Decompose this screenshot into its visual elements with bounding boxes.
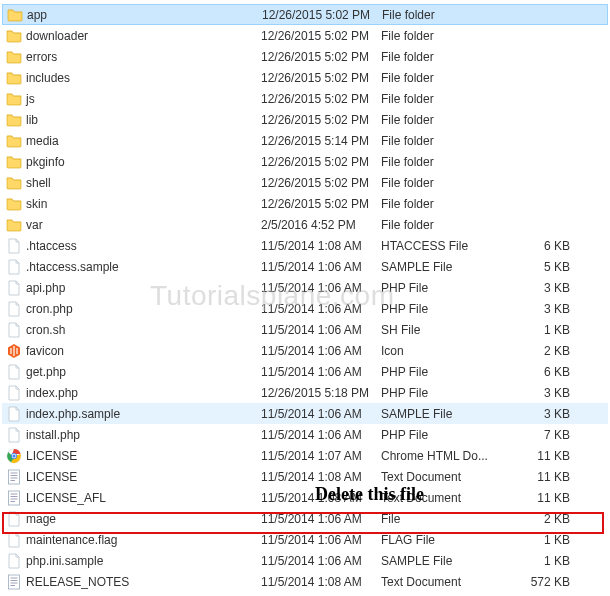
- file-row[interactable]: LICENSE_AFL11/5/2014 1:08 AMText Documen…: [2, 487, 608, 508]
- file-date: 12/26/2015 5:02 PM: [261, 29, 381, 43]
- file-icon: [6, 385, 22, 401]
- file-row[interactable]: favicon11/5/2014 1:06 AMIcon2 KB: [2, 340, 608, 361]
- file-row[interactable]: LICENSE11/5/2014 1:07 AMChrome HTML Do..…: [2, 445, 608, 466]
- file-date: 12/26/2015 5:02 PM: [261, 155, 381, 169]
- file-name-cell: js: [6, 91, 261, 107]
- file-size: 5 KB: [506, 260, 576, 274]
- file-row[interactable]: get.php11/5/2014 1:06 AMPHP File6 KB: [2, 361, 608, 382]
- file-name: php.ini.sample: [26, 554, 103, 568]
- generic-file-icon: [6, 532, 22, 548]
- generic-file-icon: [6, 238, 22, 254]
- file-row[interactable]: media12/26/2015 5:14 PMFile folder: [2, 130, 608, 151]
- file-type: Icon: [381, 344, 506, 358]
- file-date: 12/26/2015 5:02 PM: [261, 113, 381, 127]
- file-type: PHP File: [381, 302, 506, 316]
- file-name-cell: .htaccess.sample: [6, 259, 261, 275]
- file-date: 12/26/2015 5:14 PM: [261, 134, 381, 148]
- file-row[interactable]: maintenance.flag11/5/2014 1:06 AMFLAG Fi…: [2, 529, 608, 550]
- file-name-cell: php.ini.sample: [6, 553, 261, 569]
- file-icon: [6, 280, 22, 296]
- file-row[interactable]: lib12/26/2015 5:02 PMFile folder: [2, 109, 608, 130]
- file-row[interactable]: api.php11/5/2014 1:06 AMPHP File3 KB: [2, 277, 608, 298]
- file-date: 11/5/2014 1:06 AM: [261, 302, 381, 316]
- file-row[interactable]: cron.php11/5/2014 1:06 AMPHP File3 KB: [2, 298, 608, 319]
- file-name-cell: LICENSE: [6, 448, 261, 464]
- text-icon: [6, 469, 22, 485]
- generic-file-icon: [6, 301, 22, 317]
- file-date: 11/5/2014 1:06 AM: [261, 323, 381, 337]
- file-size: 3 KB: [506, 302, 576, 316]
- folder-icon: [6, 196, 22, 212]
- file-date: 11/5/2014 1:06 AM: [261, 344, 381, 358]
- file-name-cell: var: [6, 217, 261, 233]
- file-name-cell: LICENSE_AFL: [6, 490, 261, 506]
- file-row[interactable]: app12/26/2015 5:02 PMFile folder: [2, 4, 608, 25]
- file-icon: [6, 553, 22, 569]
- file-size: 2 KB: [506, 344, 576, 358]
- file-row[interactable]: .htaccess11/5/2014 1:08 AMHTACCESS File6…: [2, 235, 608, 256]
- generic-file-icon: [6, 322, 22, 338]
- file-name: media: [26, 134, 59, 148]
- file-name-cell: cron.sh: [6, 322, 261, 338]
- file-row[interactable]: index.php12/26/2015 5:18 PMPHP File3 KB: [2, 382, 608, 403]
- file-type: PHP File: [381, 365, 506, 379]
- file-row[interactable]: RELEASE_NOTES11/5/2014 1:08 AMText Docum…: [2, 571, 608, 592]
- magento-icon: [6, 343, 22, 359]
- file-name-cell: lib: [6, 112, 261, 128]
- file-row[interactable]: errors12/26/2015 5:02 PMFile folder: [2, 46, 608, 67]
- file-type: SAMPLE File: [381, 260, 506, 274]
- file-row[interactable]: index.php.sample11/5/2014 1:06 AMSAMPLE …: [2, 403, 608, 424]
- file-type: PHP File: [381, 386, 506, 400]
- file-date: 11/5/2014 1:06 AM: [261, 365, 381, 379]
- file-name-cell: .htaccess: [6, 238, 261, 254]
- file-date: 11/5/2014 1:08 AM: [261, 575, 381, 589]
- folder-icon: [6, 70, 22, 86]
- file-row[interactable]: mage11/5/2014 1:06 AMFile2 KB: [2, 508, 608, 529]
- file-size: 1 KB: [506, 323, 576, 337]
- svg-point-3: [12, 454, 15, 457]
- file-type: Text Document: [381, 470, 506, 484]
- file-row[interactable]: js12/26/2015 5:02 PMFile folder: [2, 88, 608, 109]
- file-type: Chrome HTML Do...: [381, 449, 506, 463]
- file-type: File folder: [381, 29, 506, 43]
- file-type: File folder: [381, 155, 506, 169]
- file-name-cell: LICENSE: [6, 469, 261, 485]
- folder-icon: [6, 91, 22, 107]
- file-name-cell: cron.php: [6, 301, 261, 317]
- file-row[interactable]: cron.sh11/5/2014 1:06 AMSH File1 KB: [2, 319, 608, 340]
- generic-file-icon: [6, 406, 22, 422]
- folder-icon: [6, 133, 22, 149]
- file-row[interactable]: php.ini.sample11/5/2014 1:06 AMSAMPLE Fi…: [2, 550, 608, 571]
- file-row[interactable]: downloader12/26/2015 5:02 PMFile folder: [2, 25, 608, 46]
- file-icon: [6, 301, 22, 317]
- file-row[interactable]: install.php11/5/2014 1:06 AMPHP File7 KB: [2, 424, 608, 445]
- file-name: RELEASE_NOTES: [26, 575, 129, 589]
- file-name: favicon: [26, 344, 64, 358]
- file-name: get.php: [26, 365, 66, 379]
- file-size: 11 KB: [506, 491, 576, 505]
- file-date: 11/5/2014 1:06 AM: [261, 407, 381, 421]
- file-row[interactable]: LICENSE11/5/2014 1:08 AMText Document11 …: [2, 466, 608, 487]
- file-type: Text Document: [381, 575, 506, 589]
- file-type: SAMPLE File: [381, 407, 506, 421]
- file-name-cell: maintenance.flag: [6, 532, 261, 548]
- file-row[interactable]: .htaccess.sample11/5/2014 1:06 AMSAMPLE …: [2, 256, 608, 277]
- file-name: cron.sh: [26, 323, 65, 337]
- folder-icon: [6, 28, 22, 44]
- file-type: File folder: [381, 71, 506, 85]
- file-type: File folder: [381, 50, 506, 64]
- file-row[interactable]: pkginfo12/26/2015 5:02 PMFile folder: [2, 151, 608, 172]
- folder-icon: [6, 49, 22, 65]
- file-type: File folder: [381, 218, 506, 232]
- file-name-cell: mage: [6, 511, 261, 527]
- file-row[interactable]: skin12/26/2015 5:02 PMFile folder: [2, 193, 608, 214]
- text-icon: [6, 490, 22, 506]
- file-icon: [6, 511, 22, 527]
- file-row[interactable]: var2/5/2016 4:52 PMFile folder: [2, 214, 608, 235]
- text-file-icon: [6, 469, 22, 485]
- folder-icon: [7, 7, 23, 23]
- file-date: 12/26/2015 5:02 PM: [261, 176, 381, 190]
- file-row[interactable]: shell12/26/2015 5:02 PMFile folder: [2, 172, 608, 193]
- file-row[interactable]: includes12/26/2015 5:02 PMFile folder: [2, 67, 608, 88]
- file-name-cell: get.php: [6, 364, 261, 380]
